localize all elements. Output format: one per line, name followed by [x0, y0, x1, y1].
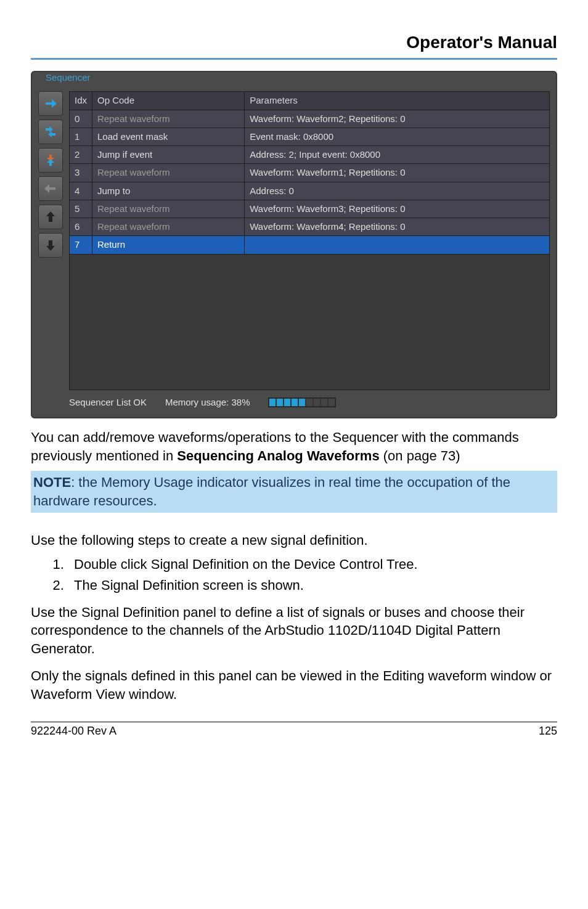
cell-params: Address: 2; Input event: 0x8000	[245, 146, 550, 164]
cell-idx: 0	[70, 110, 92, 128]
progress-segment	[329, 399, 335, 406]
list-item: The Signal Definition screen is shown.	[68, 575, 557, 596]
col-idx[interactable]: Idx	[70, 92, 92, 110]
paragraph: Use the following steps to create a new …	[31, 531, 557, 550]
table-row[interactable]: 1 Load event mask Event mask: 0x8000	[70, 128, 550, 145]
table-empty-area	[69, 255, 550, 390]
page-footer: 922244-00 Rev A 125	[31, 722, 557, 738]
progress-segment	[277, 399, 283, 406]
note-box: NOTE: the Memory Usage indicator visuali…	[31, 471, 557, 512]
cell-params: Event mask: 0x8000	[245, 128, 550, 145]
memory-progress	[268, 397, 336, 407]
table-row[interactable]: 0 Repeat waveform Waveform: Waveform2; R…	[70, 110, 550, 128]
left-arrow-icon[interactable]	[38, 176, 63, 201]
groupbox-label: Sequencer	[43, 72, 93, 83]
cell-params: Waveform: Waveform4; Repetitions: 0	[245, 218, 550, 236]
cell-params: Waveform: Waveform1; Repetitions: 0	[245, 164, 550, 182]
table-row[interactable]: 7 Return	[70, 236, 550, 254]
note-label: NOTE	[33, 475, 71, 490]
progress-segment	[314, 399, 320, 406]
cell-op: Load event mask	[92, 128, 245, 145]
sequencer-panel: Sequencer	[31, 71, 557, 418]
progress-segment	[284, 399, 290, 406]
status-memory-label: Memory usage: 38%	[165, 396, 250, 409]
cell-params	[245, 236, 550, 254]
steps-list: Double click Signal Definition on the De…	[68, 554, 557, 595]
paragraph: Use the Signal Definition panel to defin…	[31, 603, 557, 658]
sequencer-toolbar	[38, 91, 64, 389]
cell-idx: 6	[70, 218, 92, 236]
progress-segment	[299, 399, 305, 406]
text-bold: Sequencing Analog Waveforms	[177, 448, 379, 463]
cell-params: Waveform: Waveform2; Repetitions: 0	[245, 110, 550, 128]
progress-segment	[292, 399, 298, 406]
progress-segment	[269, 399, 276, 406]
progress-segment	[306, 399, 312, 406]
cell-op: Repeat waveform	[92, 200, 245, 218]
cell-idx: 7	[70, 236, 92, 254]
swap-icon[interactable]	[38, 148, 63, 173]
text: (on page 73)	[380, 448, 460, 463]
up-arrow-icon[interactable]	[38, 205, 63, 229]
progress-segment	[321, 399, 327, 406]
table-row[interactable]: 5 Repeat waveform Waveform: Waveform3; R…	[70, 200, 550, 218]
puzzle-icon[interactable]	[38, 120, 63, 144]
cell-op: Repeat waveform	[92, 110, 245, 128]
col-params[interactable]: Parameters	[245, 92, 550, 110]
cell-op: Jump if event	[92, 146, 245, 164]
status-seq-list: Sequencer List OK	[69, 396, 147, 409]
down-arrow-icon[interactable]	[38, 233, 63, 258]
table-row[interactable]: 2 Jump if event Address: 2; Input event:…	[70, 146, 550, 164]
cell-op: Repeat waveform	[92, 164, 245, 182]
cell-idx: 3	[70, 164, 92, 182]
cell-params: Waveform: Waveform3; Repetitions: 0	[245, 200, 550, 218]
page-title: Operator's Manual	[31, 31, 557, 60]
cell-op: Return	[92, 236, 245, 254]
cell-idx: 4	[70, 182, 92, 200]
status-bar: Sequencer List OK Memory usage: 38%	[38, 396, 550, 409]
cell-op: Jump to	[92, 182, 245, 200]
paragraph: You can add/remove waveforms/operations …	[31, 428, 557, 465]
table-row[interactable]: 4 Jump to Address: 0	[70, 182, 550, 200]
cell-idx: 2	[70, 146, 92, 164]
cell-idx: 1	[70, 128, 92, 145]
table-row[interactable]: 6 Repeat waveform Waveform: Waveform4; R…	[70, 218, 550, 236]
right-arrow-icon[interactable]	[38, 91, 63, 116]
sequencer-table[interactable]: Idx Op Code Parameters 0 Repeat waveform…	[69, 91, 550, 254]
col-opcode[interactable]: Op Code	[92, 92, 245, 110]
paragraph: Only the signals defined in this panel c…	[31, 667, 557, 703]
cell-idx: 5	[70, 200, 92, 218]
list-item: Double click Signal Definition on the De…	[68, 554, 557, 575]
note-text: : the Memory Usage indicator visualizes …	[33, 475, 510, 508]
cell-params: Address: 0	[245, 182, 550, 200]
footer-rev: 922244-00 Rev A	[31, 724, 116, 738]
cell-op: Repeat waveform	[92, 218, 245, 236]
table-row[interactable]: 3 Repeat waveform Waveform: Waveform1; R…	[70, 164, 550, 182]
footer-page: 125	[539, 724, 557, 738]
